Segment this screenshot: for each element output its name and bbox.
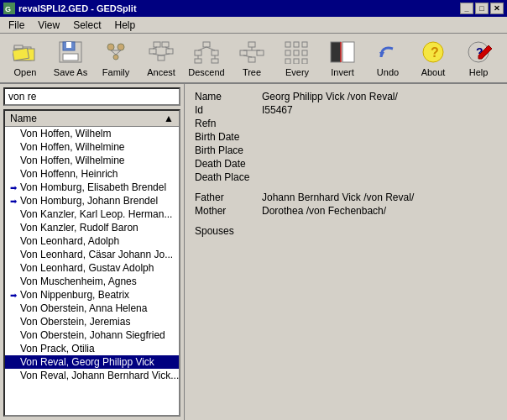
father-value: Johann Bernhard Vick /von Reval/ xyxy=(262,192,414,203)
ancest-button[interactable]: Ancest xyxy=(139,36,183,80)
right-panel: Name Georg Philipp Vick /von Reval/ Id I… xyxy=(185,84,507,420)
name-list-container: Name ▲ Von Hoffen, Wilhelm Von Hoffen, W… xyxy=(3,109,180,417)
arrow-icon xyxy=(10,331,18,340)
svg-rect-35 xyxy=(240,50,247,55)
arrow-icon xyxy=(10,371,18,381)
svg-point-11 xyxy=(118,44,124,50)
list-item[interactable]: Von Kanzler, Karl Leop. Herman... xyxy=(5,207,179,221)
detail-row-spouses: Spouses xyxy=(195,225,497,237)
about-label: About xyxy=(421,67,446,77)
list-item[interactable]: Von Hoffen, Wilhelmine xyxy=(5,140,179,154)
arrow-icon: ➡ xyxy=(10,197,18,206)
list-item[interactable]: Von Hoffenn, Heinrich xyxy=(5,167,179,181)
arrow-icon xyxy=(10,318,18,327)
minimize-button[interactable]: _ xyxy=(460,3,473,14)
father-label: Father xyxy=(195,192,262,203)
menu-help[interactable]: Help xyxy=(108,18,143,33)
menu-bar: File View Select Help xyxy=(0,17,507,34)
open-button[interactable]: Open xyxy=(3,36,47,80)
family-label: Family xyxy=(102,67,129,77)
arrow-icon xyxy=(10,223,18,233)
svg-rect-28 xyxy=(195,59,201,63)
svg-line-21 xyxy=(153,54,161,55)
list-item[interactable]: Von Prack, Otilia xyxy=(5,342,179,355)
svg-line-41 xyxy=(243,55,252,57)
list-item[interactable]: Von Hoffen, Wilhelm xyxy=(5,127,179,140)
every-button[interactable]: Every xyxy=(275,36,319,80)
svg-rect-36 xyxy=(257,50,264,55)
svg-rect-46 xyxy=(294,50,299,55)
detail-row-mother: Mother Dorothea /von Fechenbach/ xyxy=(195,205,497,217)
open-label: Open xyxy=(14,67,37,77)
toolbar: Open Save As Family xyxy=(0,34,507,84)
list-item[interactable]: ➡Von Homburg, Elisabeth Brendel xyxy=(5,181,179,194)
svg-line-31 xyxy=(206,47,215,50)
left-panel: Name ▲ Von Hoffen, Wilhelm Von Hoffen, W… xyxy=(0,84,185,420)
menu-select[interactable]: Select xyxy=(66,18,107,33)
help-label: Help xyxy=(469,67,489,77)
list-item[interactable]: ➡Von Nippenburg, Beatrix xyxy=(5,288,179,302)
svg-rect-51 xyxy=(331,42,341,62)
arrow-icon xyxy=(10,358,18,367)
svg-rect-43 xyxy=(294,42,299,47)
birth-place-label: Birth Place xyxy=(195,144,262,156)
list-item[interactable]: Von Hoffen, Wilhelmine xyxy=(5,154,179,167)
name-value: Georg Philipp Vick /von Reval/ xyxy=(262,91,398,102)
svg-rect-47 xyxy=(302,50,307,55)
list-item[interactable]: Von Oberstein, Jeremias xyxy=(5,315,179,328)
id-label: Id xyxy=(195,104,262,116)
invert-button[interactable]: Invert xyxy=(321,36,364,80)
list-item[interactable]: ➡Von Homburg, Johann Brendel xyxy=(5,194,179,207)
detail-row-id: Id I55467 xyxy=(195,104,497,116)
list-item[interactable]: Von Muschenheim, Agnes xyxy=(5,275,179,288)
menu-file[interactable]: File xyxy=(2,18,31,33)
svg-rect-8 xyxy=(63,54,78,60)
list-item[interactable]: Von Oberstein, Anna Helena xyxy=(5,302,179,315)
spouses-label: Spouses xyxy=(195,225,262,237)
detail-row-death-date: Death Date xyxy=(195,158,497,170)
sort-icon: ▲ xyxy=(164,113,174,124)
tree-button[interactable]: Tree xyxy=(230,36,274,80)
title-bar: G revalSPLI2.GED - GEDSplit _ □ ✕ xyxy=(0,0,507,17)
close-button[interactable]: ✕ xyxy=(490,3,504,14)
menu-view[interactable]: View xyxy=(31,18,66,33)
name-label: Name xyxy=(195,91,262,102)
svg-rect-5 xyxy=(13,48,29,60)
list-item[interactable]: Von Kanzler, Rudolf Baron xyxy=(5,221,179,234)
save-as-button[interactable]: Save As xyxy=(49,36,92,80)
svg-rect-44 xyxy=(302,42,307,47)
svg-rect-9 xyxy=(66,42,71,48)
svg-rect-34 xyxy=(248,42,255,47)
list-item-selected[interactable]: Von Reval, Georg Philipp Vick xyxy=(5,355,179,369)
svg-point-10 xyxy=(107,44,114,50)
list-item[interactable]: Von Reval, Johann Bernhard Vick... xyxy=(5,369,179,382)
arrow-icon xyxy=(10,237,18,246)
name-column-header: Name xyxy=(10,113,37,124)
detail-row-birth-place: Birth Place xyxy=(195,144,497,156)
svg-rect-20 xyxy=(162,42,169,47)
mother-label: Mother xyxy=(195,205,262,217)
list-item[interactable]: Von Leonhard, Adolph xyxy=(5,234,179,248)
about-button[interactable]: ? About xyxy=(411,36,455,80)
window-title: revalSPLI2.GED - GEDSplit xyxy=(18,3,460,13)
help-button[interactable]: ? Help xyxy=(457,36,500,80)
descend-icon xyxy=(193,39,220,66)
svg-line-22 xyxy=(161,54,170,55)
undo-icon xyxy=(374,39,401,66)
list-item[interactable]: Von Oberstein, Johann Siegfried xyxy=(5,328,179,342)
maximize-button[interactable]: □ xyxy=(475,3,489,14)
search-input[interactable] xyxy=(3,87,180,106)
tree-label: Tree xyxy=(243,67,261,77)
every-label: Every xyxy=(285,67,309,77)
descend-button[interactable]: Descend xyxy=(185,36,228,80)
family-icon xyxy=(102,39,129,66)
undo-button[interactable]: Undo xyxy=(366,36,410,80)
arrow-icon xyxy=(10,277,18,286)
invert-label: Invert xyxy=(331,67,354,77)
name-list[interactable]: Von Hoffen, Wilhelm Von Hoffen, Wilhelmi… xyxy=(5,127,179,412)
id-value: I55467 xyxy=(262,104,293,116)
list-item[interactable]: Von Leonhard, Gustav Adolph xyxy=(5,261,179,275)
list-item[interactable]: Von Leonhard, Cäsar Johann Jo... xyxy=(5,248,179,261)
open-icon xyxy=(12,39,39,66)
family-button[interactable]: Family xyxy=(94,36,138,80)
